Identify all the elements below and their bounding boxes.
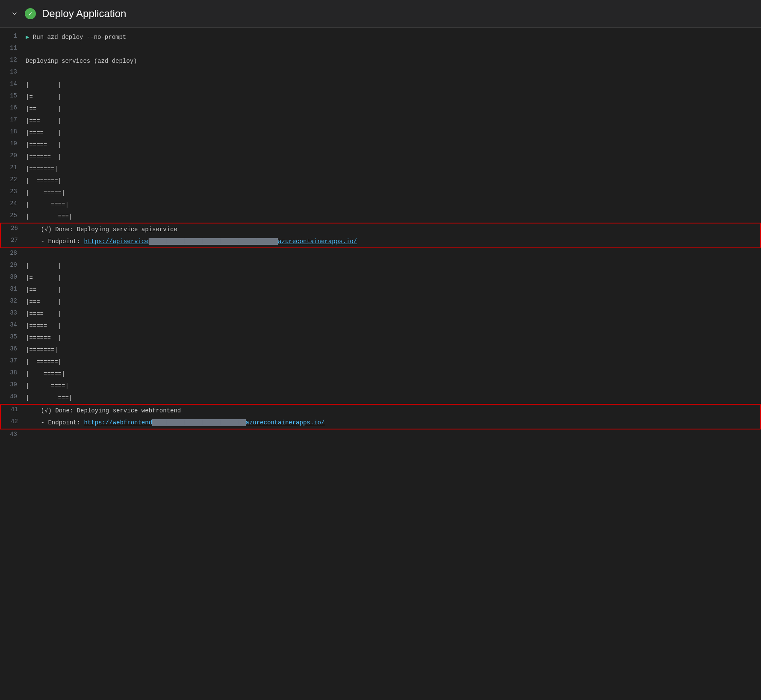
line-14: 14 | | xyxy=(0,79,761,91)
line-num-31: 31 xyxy=(0,285,26,292)
line-content-40: | ===| xyxy=(26,392,72,403)
line-num-24: 24 xyxy=(0,199,26,207)
line-content-36: |=======| xyxy=(26,344,58,355)
line-num-19: 19 xyxy=(0,139,26,147)
line-content-18: |==== | xyxy=(26,127,62,138)
line-content-22: | ======| xyxy=(26,175,62,185)
line-36: 36 |=======| xyxy=(0,344,761,356)
line-num-28: 28 xyxy=(0,249,26,256)
line-40: 40 | ===| xyxy=(0,392,761,404)
line-content-19: |===== | xyxy=(26,139,62,150)
line-num-22: 22 xyxy=(0,175,26,183)
line-content-33: |==== | xyxy=(26,309,62,319)
header: ✓ Deploy Application xyxy=(0,0,761,28)
line-content-1: ▶ Run azd deploy --no-prompt xyxy=(26,32,126,42)
line-num-40: 40 xyxy=(0,392,26,400)
line-26: 26 (√) Done: Deploying service apiservic… xyxy=(1,224,760,235)
webfrontend-link[interactable]: https://webfrontend xyxy=(84,419,152,426)
line-num-37: 37 xyxy=(0,356,26,364)
line-22: 22 | ======| xyxy=(0,175,761,187)
line-43: 43 xyxy=(0,429,761,441)
line-42: 42 - Endpoint: https://webfrontend██████… xyxy=(1,417,760,429)
line-34: 34 |===== | xyxy=(0,320,761,332)
line-content-42: - Endpoint: https://webfrontend█████████… xyxy=(27,417,324,427)
line-num-15: 15 xyxy=(0,91,26,99)
page-title: Deploy Application xyxy=(42,8,126,20)
line-num-30: 30 xyxy=(0,273,26,280)
line-content-14: | | xyxy=(26,79,62,90)
line-27: 27 - Endpoint: https://apiservice███████… xyxy=(1,235,760,247)
line-35: 35 |====== | xyxy=(0,332,761,344)
line-20: 20 |====== | xyxy=(0,151,761,163)
line-num-27: 27 xyxy=(1,236,27,244)
webfrontend-redacted: ██████████████████████████ xyxy=(152,419,245,426)
main-container: ✓ Deploy Application 1 ▶ Run azd deploy … xyxy=(0,0,761,445)
line-content-15: |= | xyxy=(26,91,62,102)
line-content-35: |====== | xyxy=(26,332,62,343)
line-num-36: 36 xyxy=(0,344,26,352)
line-content-39: | ====| xyxy=(26,380,69,391)
line-num-20: 20 xyxy=(0,151,26,159)
line-num-1: 1 xyxy=(0,32,26,39)
line-num-16: 16 xyxy=(0,103,26,111)
line-num-34: 34 xyxy=(0,321,26,328)
line-num-33: 33 xyxy=(0,309,26,316)
line-num-26: 26 xyxy=(1,224,27,232)
line-12: 12 Deploying services (azd deploy) xyxy=(0,55,761,67)
line-content-25: | ===| xyxy=(26,211,72,221)
apiservice-redacted: ████████████████████████████████████ xyxy=(149,238,278,245)
line-num-13: 13 xyxy=(0,68,26,75)
line-num-42: 42 xyxy=(1,417,27,425)
content-area: 1 ▶ Run azd deploy --no-prompt 11 12 Dep… xyxy=(0,28,761,445)
line-num-43: 43 xyxy=(0,430,26,438)
line-num-18: 18 xyxy=(0,127,26,135)
line-21: 21 |=======| xyxy=(0,163,761,175)
webfrontend-domain[interactable]: azurecontainerapps.io/ xyxy=(246,419,325,426)
line-15: 15 |= | xyxy=(0,91,761,103)
line-content-24: | ====| xyxy=(26,199,69,209)
line-38: 38 | =====| xyxy=(0,368,761,380)
apiservice-domain[interactable]: azurecontainerapps.io/ xyxy=(278,238,357,245)
line-1: 1 ▶ Run azd deploy --no-prompt xyxy=(0,31,761,43)
line-content-16: |== | xyxy=(26,103,62,114)
line-30: 30 |= | xyxy=(0,272,761,284)
line-num-25: 25 xyxy=(0,211,26,219)
line-num-17: 17 xyxy=(0,115,26,123)
line-28: 28 xyxy=(0,248,761,260)
line-content-26: (√) Done: Deploying service apiservice xyxy=(27,224,177,234)
line-24: 24 | ====| xyxy=(0,199,761,211)
line-23: 23 | =====| xyxy=(0,187,761,199)
line-content-41: (√) Done: Deploying service webfrontend xyxy=(27,405,181,415)
line-13: 13 xyxy=(0,67,761,79)
line-num-35: 35 xyxy=(0,332,26,340)
line-37: 37 | ======| xyxy=(0,356,761,368)
line-content-23: | =====| xyxy=(26,187,65,197)
highlighted-block-webfrontend: 41 (√) Done: Deploying service webfronte… xyxy=(0,404,761,429)
line-16: 16 |== | xyxy=(0,103,761,115)
line-content-29: | | xyxy=(26,261,62,271)
line-num-21: 21 xyxy=(0,163,26,171)
line-num-11: 11 xyxy=(0,44,26,51)
line-39: 39 | ====| xyxy=(0,380,761,392)
line-num-41: 41 xyxy=(1,405,27,413)
line-content-21: |=======| xyxy=(26,163,58,174)
line-content-38: | =====| xyxy=(26,368,65,379)
line-num-32: 32 xyxy=(0,297,26,304)
line-content-30: |= | xyxy=(26,273,62,283)
line-num-12: 12 xyxy=(0,56,26,63)
line-33: 33 |==== | xyxy=(0,308,761,320)
line-content-32: |=== | xyxy=(26,297,62,307)
line-41: 41 (√) Done: Deploying service webfronte… xyxy=(1,405,760,417)
line-31: 31 |== | xyxy=(0,284,761,296)
line-content-31: |== | xyxy=(26,285,62,295)
line-11: 11 xyxy=(0,43,761,55)
line-num-23: 23 xyxy=(0,187,26,195)
apiservice-link[interactable]: https://apiservice xyxy=(84,238,148,245)
line-content-12: Deploying services (azd deploy) xyxy=(26,56,137,66)
line-content-34: |===== | xyxy=(26,321,62,331)
line-content-27: - Endpoint: https://apiservice██████████… xyxy=(27,236,357,246)
line-num-38: 38 xyxy=(0,368,26,376)
highlighted-block-apiservice: 26 (√) Done: Deploying service apiservic… xyxy=(0,223,761,248)
chevron-icon[interactable] xyxy=(10,9,19,18)
success-icon: ✓ xyxy=(25,8,36,19)
